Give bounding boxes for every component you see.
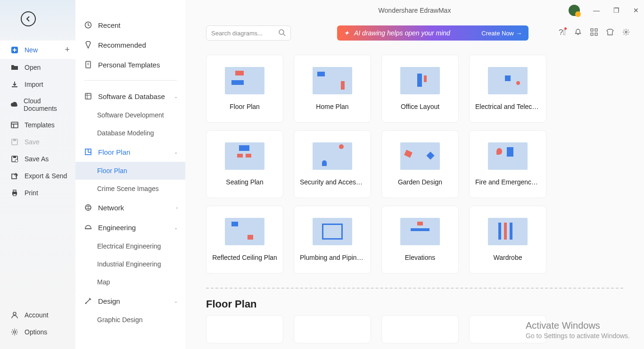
template-card[interactable]: Security and Access P... <box>294 130 371 198</box>
svg-point-8 <box>15 159 18 162</box>
back-button[interactable] <box>21 11 36 26</box>
category-sub-item[interactable]: Industrial Engineering <box>75 255 185 273</box>
template-label: Electrical and Telecom... <box>472 103 543 110</box>
category-recent[interactable]: Recent <box>75 15 185 35</box>
file-menu-print[interactable]: Print <box>0 184 75 201</box>
section-title: Floor Plan <box>185 289 644 315</box>
file-menu-account[interactable]: Account <box>0 307 75 324</box>
file-menu-cloud[interactable]: Cloud Documents <box>0 93 75 116</box>
file-menu-bottom: AccountOptions <box>0 307 75 349</box>
chevron-icon: ⌄ <box>174 299 178 304</box>
file-menu-saveas[interactable]: Save As <box>0 150 75 167</box>
svg-rect-12 <box>13 194 16 196</box>
template-thumbnail <box>313 142 352 170</box>
template-card[interactable]: Reflected Ceiling Plan <box>206 206 283 274</box>
file-menu-import[interactable]: Import <box>0 76 75 93</box>
template-label: Garden Design <box>395 178 445 186</box>
template-card[interactable]: Home Plan <box>294 55 371 123</box>
apps-icon[interactable] <box>590 28 598 38</box>
search-input[interactable]: Search diagrams... <box>206 25 291 41</box>
print-icon <box>10 189 19 197</box>
file-menu-templates[interactable]: Templates <box>0 116 75 133</box>
activation-watermark: Activate Windows Go to Settings to activ… <box>526 320 630 340</box>
search-icon <box>278 29 286 38</box>
template-preview[interactable] <box>381 315 459 343</box>
file-menu-open[interactable]: Open <box>0 59 75 76</box>
minimize-button[interactable]: — <box>593 7 600 14</box>
template-card[interactable]: Plumbing and Piping ... <box>294 206 371 274</box>
template-card[interactable]: Seating Plan <box>206 130 283 198</box>
file-menu-save[interactable]: Save <box>0 133 75 150</box>
template-label: Wardrobe <box>491 254 525 261</box>
template-preview[interactable] <box>206 315 283 343</box>
window-controls: — ❐ ✕ <box>569 5 639 16</box>
template-label: Home Plan <box>313 103 351 110</box>
category-sub-item[interactable]: Database Modeling <box>75 124 185 142</box>
category-recommended[interactable]: Recommended <box>75 35 185 55</box>
template-label: Reflected Ceiling Plan <box>209 254 280 261</box>
template-thumbnail <box>400 67 440 94</box>
svg-line-31 <box>283 34 285 36</box>
help-icon[interactable]: ?⃝ <box>559 28 566 38</box>
template-label: Fire and Emergency P... <box>472 178 543 186</box>
template-card[interactable]: Fire and Emergency P... <box>469 130 546 198</box>
template-thumbnail <box>488 218 528 245</box>
bell-icon[interactable] <box>574 28 582 38</box>
template-thumbnail <box>313 67 352 94</box>
category-sub-item[interactable]: Graphic Design <box>75 311 185 329</box>
category-personal[interactable]: Personal Templates <box>75 55 185 75</box>
svg-rect-5 <box>13 139 16 141</box>
template-thumbnail <box>488 67 528 94</box>
header-icons: ?⃝ <box>559 28 630 38</box>
category-design[interactable]: Design⌄ <box>75 291 185 311</box>
user-avatar[interactable] <box>569 5 580 16</box>
folder-icon <box>10 63 19 72</box>
template-card[interactable]: Wardrobe <box>469 206 546 274</box>
category-sub-item[interactable]: Crime Scene Images <box>75 180 185 198</box>
saveas-icon <box>10 155 19 163</box>
category-sub-item[interactable]: Map <box>75 273 185 291</box>
account-icon <box>10 311 19 319</box>
template-preview[interactable] <box>294 315 371 343</box>
template-card[interactable]: Electrical and Telecom... <box>469 55 546 123</box>
template-card[interactable]: Garden Design <box>381 130 459 198</box>
category-sub-item[interactable]: Electrical Engineering <box>75 237 185 255</box>
net-icon <box>84 203 92 212</box>
db-icon <box>84 92 92 100</box>
template-card[interactable]: Elevations <box>381 206 459 274</box>
download-icon <box>10 80 19 89</box>
category-engineering[interactable]: Engineering⌄ <box>75 217 185 237</box>
template-grid: Floor PlanHome PlanOffice LayoutElectric… <box>185 45 644 283</box>
template-label: Plumbing and Piping ... <box>297 254 368 261</box>
file-menu-options[interactable]: Options <box>0 324 75 341</box>
svg-rect-33 <box>595 29 597 31</box>
template-thumbnail <box>225 218 264 245</box>
category-sub-item[interactable]: Software Development <box>75 106 185 124</box>
maximize-button[interactable]: ❐ <box>613 7 619 14</box>
gear-icon[interactable] <box>622 28 630 38</box>
close-button[interactable]: ✕ <box>633 7 639 14</box>
svg-rect-1 <box>11 122 18 128</box>
category-software[interactable]: Software & Database⌄ <box>75 86 185 106</box>
template-thumbnail <box>400 218 440 245</box>
svg-rect-11 <box>13 190 16 192</box>
category-network[interactable]: Network› <box>75 198 185 217</box>
ai-banner[interactable]: ✦ AI drawing helps open your mind Create… <box>337 25 528 41</box>
design-icon <box>84 297 92 305</box>
file-menu-new[interactable]: New+ <box>0 41 75 59</box>
template-card[interactable]: Office Layout <box>381 55 459 123</box>
svg-point-29 <box>85 303 87 304</box>
template-card[interactable]: Floor Plan <box>206 55 283 123</box>
export-icon <box>10 172 19 180</box>
tshirt-icon[interactable] <box>606 28 614 38</box>
template-thumbnail <box>225 142 264 170</box>
file-menu-export[interactable]: Export & Send <box>0 167 75 184</box>
cloud-icon <box>10 100 18 109</box>
svg-rect-7 <box>13 156 16 158</box>
svg-point-14 <box>14 331 16 333</box>
category-floorplan[interactable]: Floor Plan⌄ <box>75 142 185 162</box>
main-content: Wondershare EdrawMax — ❐ ✕ Search diagra… <box>185 0 644 349</box>
svg-rect-19 <box>85 93 91 99</box>
template-thumbnail <box>313 218 352 245</box>
category-sub-item[interactable]: Floor Plan <box>75 162 185 180</box>
